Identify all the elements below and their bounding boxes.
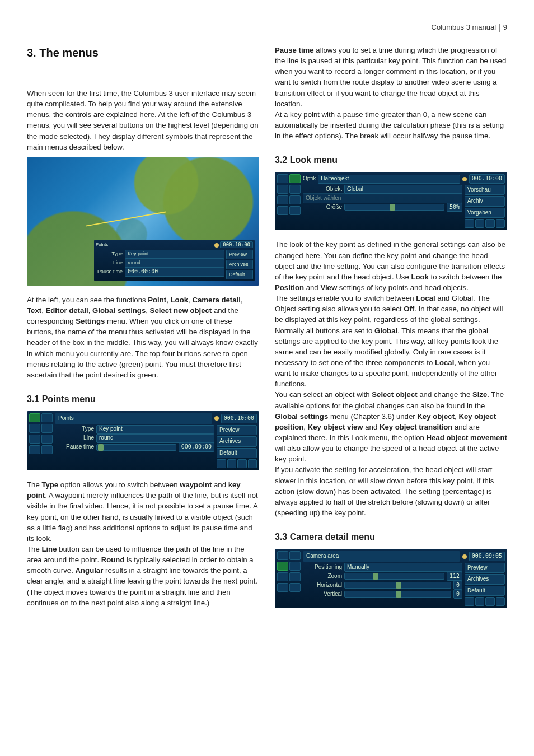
horizontal-value: 0 [453, 581, 462, 590]
inset-archives-button[interactable]: Archives [226, 260, 253, 269]
type-label: Type [55, 425, 94, 433]
sidebar-settings-icon[interactable] [289, 583, 301, 592]
pause-slider[interactable] [96, 444, 176, 451]
left-column: 3. The menus When seen for the first tim… [27, 45, 259, 617]
optik-dropdown[interactable]: Halteobjekt [318, 175, 460, 184]
inset-title: Points [96, 241, 108, 248]
sidebar-play-icon[interactable] [289, 195, 301, 204]
sidebar-editor-icon[interactable] [277, 195, 288, 204]
section-heading: 3. The menus [27, 45, 259, 61]
sidebar-camera-icon[interactable] [29, 424, 40, 433]
panel-time: 000.10:00 [469, 174, 505, 184]
sidebar-point-icon[interactable] [277, 174, 288, 183]
select-object-button[interactable]: Objekt wählen [303, 193, 462, 204]
positioning-label: Positioning [303, 563, 342, 572]
figure-sidebar [277, 174, 301, 228]
zoom-value: 112 [447, 572, 462, 581]
screen-icon[interactable] [475, 597, 485, 606]
inset-time: 000.10:00 [220, 241, 253, 248]
local-global-paragraph: The settings enable you to switch betwee… [275, 293, 507, 389]
sidebar-globe-icon[interactable] [277, 206, 288, 215]
sidebar-globe-icon[interactable] [277, 583, 288, 592]
line-label: Line [55, 434, 94, 442]
inset-type-label: Type [96, 250, 123, 258]
panel-title: Camera area [303, 551, 460, 562]
vertical-value: 0 [453, 590, 462, 599]
sidebar-settings-icon[interactable] [289, 206, 301, 215]
look-menu-figure: Optik Halteobjekt 000.10:00 ObjektGlobal… [275, 172, 507, 230]
toggle-icon[interactable] [237, 459, 247, 468]
record-dot-icon [462, 554, 467, 559]
sidebar-point-icon[interactable] [277, 551, 288, 560]
type-dropdown[interactable]: Key point [96, 425, 214, 434]
record-dot-icon [214, 243, 219, 248]
info-icon[interactable] [465, 597, 474, 606]
archives-button[interactable]: Archives [217, 436, 257, 447]
type-paragraph: The Type option allows you to switch bet… [27, 479, 259, 544]
sidebar-text-icon[interactable] [289, 562, 301, 571]
sidebar-look-icon[interactable] [289, 551, 301, 560]
inset-pause-label: Pause time [96, 268, 123, 276]
screen-icon[interactable] [227, 459, 237, 468]
size-slider[interactable] [344, 204, 444, 211]
screen-icon[interactable] [475, 219, 485, 228]
inset-line-value[interactable]: round [125, 259, 224, 268]
default-button[interactable]: Default [217, 448, 257, 459]
exit-icon[interactable] [496, 219, 505, 228]
sidebar-globe-icon[interactable] [29, 445, 40, 454]
zoom-slider[interactable] [344, 573, 444, 580]
line-dropdown[interactable]: round [96, 434, 214, 443]
figure-sidebar [29, 413, 53, 468]
sidebar-editor-icon[interactable] [29, 435, 40, 444]
vorgaben-button[interactable]: Vorgaben [465, 208, 505, 218]
inset-default-button[interactable]: Default [226, 270, 253, 279]
sidebar-text-icon[interactable] [41, 424, 53, 433]
horizontal-slider[interactable] [344, 582, 451, 589]
sidebar-look-icon[interactable] [289, 174, 301, 183]
size-label: Größe [303, 203, 342, 212]
toggle-icon[interactable] [485, 597, 495, 606]
inset-type-value[interactable]: Key point [125, 250, 224, 259]
horizontal-label: Horizontal [303, 581, 342, 590]
line-paragraph: The Line button can be used to influence… [27, 544, 259, 608]
toggle-icon[interactable] [485, 219, 495, 228]
sidebar-play-icon[interactable] [41, 435, 53, 444]
page-header: Columbus 3 manual 9 [27, 22, 507, 32]
look-intro-paragraph: The look of the key point as defined in … [275, 239, 507, 293]
objekt-label: Objekt [303, 185, 342, 194]
vertical-slider[interactable] [344, 591, 451, 598]
preview-button[interactable]: Preview [465, 563, 505, 573]
pause-time-paragraph: Pause time allows you to set a time duri… [275, 45, 507, 109]
objekt-dropdown[interactable]: Global [344, 185, 462, 194]
default-button[interactable]: Default [465, 586, 505, 596]
map-screenshot: Points 000.10:00 TypeKey point Lineround… [27, 157, 259, 286]
panel-time: 000.09:05 [469, 552, 505, 561]
inset-pause-value[interactable]: 000.00:00 [125, 267, 224, 277]
sidebar-editor-icon[interactable] [277, 572, 288, 581]
inset-preview-button[interactable]: Preview [226, 250, 253, 259]
acceleration-paragraph: If you activate the setting for accelera… [275, 464, 507, 518]
sidebar-point-icon[interactable] [29, 413, 40, 422]
zoom-label: Zoom [303, 572, 342, 581]
info-icon[interactable] [465, 219, 474, 228]
sidebar-look-icon[interactable] [41, 413, 53, 422]
points-menu-heading: 3.1 Points menu [27, 393, 259, 405]
preview-button[interactable]: Preview [217, 425, 257, 436]
sidebar-play-icon[interactable] [289, 572, 301, 581]
inset-line-label: Line [96, 259, 123, 267]
vorschau-button[interactable]: Vorschau [465, 185, 505, 195]
sidebar-settings-icon[interactable] [41, 445, 53, 454]
positioning-dropdown[interactable]: Manually [344, 563, 462, 572]
sidebar-camera-icon[interactable] [277, 562, 288, 571]
sidebar-text-icon[interactable] [289, 185, 301, 194]
archiv-button[interactable]: Archiv [465, 196, 505, 207]
sidebar-camera-icon[interactable] [277, 185, 288, 194]
map-inset-panel: Points 000.10:00 TypeKey point Lineround… [94, 240, 255, 281]
exit-icon[interactable] [496, 597, 505, 606]
archives-button[interactable]: Archives [465, 574, 505, 585]
select-object-paragraph: You can select an object with Select obj… [275, 389, 507, 464]
scene-insert-paragraph: At a key point with a pause time greater… [275, 109, 507, 141]
exit-icon[interactable] [248, 459, 257, 468]
pause-label: Pause time [55, 443, 94, 451]
info-icon[interactable] [217, 459, 226, 468]
